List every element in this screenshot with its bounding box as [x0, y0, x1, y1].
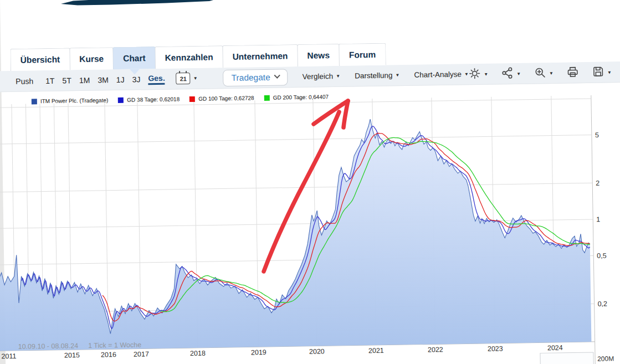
exchange-select[interactable]: Tradegate [223, 69, 288, 86]
print-button[interactable] [566, 65, 579, 80]
menu-label: Chart-Analyse [414, 70, 462, 79]
menu-darstellung[interactable]: Darstellung▼ [355, 71, 399, 80]
chevron-down-icon: ▼ [549, 70, 554, 75]
calendar-button[interactable]: 21 ▼ [176, 73, 198, 85]
settings-button[interactable]: ▼ [468, 67, 488, 82]
svg-text:0,5: 0,5 [597, 252, 607, 260]
active-tab-notch [130, 69, 140, 74]
legend-swatch [32, 99, 37, 104]
tab-uebersicht[interactable]: Übersicht [10, 48, 70, 71]
range-button-push[interactable]: Push [16, 76, 33, 85]
share-icon [501, 66, 514, 81]
menu-vergleich[interactable]: Vergleich▼ [303, 72, 341, 81]
legend-item: ITM Power Plc. (Tradegate) [32, 97, 109, 104]
tab-kurse[interactable]: Kurse [69, 47, 114, 70]
settings-icon [468, 67, 481, 81]
chevron-down-icon: ▼ [484, 71, 488, 76]
svg-text:5: 5 [595, 131, 599, 139]
toolbar-icons: ▼▼▼▼ [468, 61, 612, 85]
calendar-icon: 21 [176, 73, 191, 84]
legend-item: GD 100 Tage: 0,62728 [189, 95, 254, 102]
legend-label: ITM Power Plc. (Tradegate) [40, 97, 109, 104]
chevron-down-icon: ▼ [193, 76, 198, 81]
svg-text:2011: 2011 [1, 352, 16, 360]
range-button-3j[interactable]: 3J [132, 75, 140, 84]
svg-text:2: 2 [596, 180, 599, 187]
legend-item: GD 38 Tage: 0,62018 [118, 96, 180, 103]
legend-label: GD 200 Tage: 0,64407 [273, 94, 329, 101]
svg-text:1: 1 [596, 216, 600, 223]
screenshot-stage: ÜbersichtKurseChartKennzahlenUnternehmen… [0, 0, 620, 364]
range-buttons: Push1T5T1M3M1J3JGes. [16, 73, 173, 86]
legend-item: GD 200 Tage: 0,64407 [264, 94, 329, 101]
svg-text:2022: 2022 [428, 346, 443, 353]
range-button-3m[interactable]: 3M [98, 75, 109, 84]
share-button[interactable]: ▼ [501, 66, 521, 81]
chevron-down-icon: ▼ [607, 70, 612, 75]
range-button-1j[interactable]: 1J [116, 75, 125, 84]
print-icon [566, 65, 579, 80]
date-range-label: 10.09.10 - 08.08.24 [18, 342, 79, 351]
chevron-down-icon [274, 72, 280, 78]
range-button-ges[interactable]: Ges. [148, 73, 165, 84]
legend-label: GD 38 Tage: 0,62018 [127, 96, 180, 102]
zoom-in-icon [534, 66, 546, 80]
tick-resolution-label: 1 Tick = 1 Woche [88, 341, 141, 349]
range-button-1m[interactable]: 1M [79, 75, 90, 84]
legend-swatch [189, 96, 195, 101]
legend-swatch [118, 97, 124, 102]
svg-text:0,2: 0,2 [597, 300, 607, 307]
volume-axis-label: 200M [597, 355, 614, 362]
chart-module: ÜbersichtKurseChartKennzahlenUnternehmen… [0, 0, 620, 364]
chevron-down-icon: ▼ [395, 73, 399, 78]
svg-text:2015: 2015 [64, 351, 80, 359]
calendar-day: 21 [180, 75, 186, 82]
save-button[interactable]: ▼ [592, 65, 612, 80]
svg-text:2018: 2018 [190, 350, 206, 357]
legend-swatch [264, 95, 270, 100]
menu-label: Darstellung [355, 71, 393, 80]
svg-text:2016: 2016 [101, 351, 116, 358]
tab-chart[interactable]: Chart [113, 47, 156, 69]
svg-text:2021: 2021 [368, 347, 384, 355]
exchange-select-label: Tradegate [231, 72, 270, 83]
range-button-1t[interactable]: 1T [45, 76, 55, 85]
zoom-in-button[interactable]: ▼ [534, 66, 554, 81]
chevron-down-icon: ▼ [336, 74, 340, 79]
menu-label: Vergleich [303, 72, 334, 81]
tab-forum[interactable]: Forum [339, 43, 386, 66]
svg-text:2024: 2024 [547, 344, 563, 352]
tab-kennzahlen[interactable]: Kennzahlen [155, 45, 223, 69]
tab-unternehmen[interactable]: Unternehmen [222, 44, 298, 68]
tab-news[interactable]: News [297, 44, 340, 66]
menu-buttons: Vergleich▼Darstellung▼Chart-Analyse▼ [288, 70, 469, 81]
save-icon [592, 65, 604, 80]
browser-page: ÜbersichtKurseChartKennzahlenUnternehmen… [0, 0, 620, 364]
svg-text:2020: 2020 [309, 347, 325, 355]
svg-text:2017: 2017 [134, 350, 149, 358]
chevron-down-icon: ▼ [516, 71, 521, 76]
menu-chart-analyse[interactable]: Chart-Analyse▼ [414, 70, 469, 79]
legend-label: GD 100 Tage: 0,62728 [198, 95, 254, 102]
range-button-5t[interactable]: 5T [62, 76, 71, 85]
svg-text:2023: 2023 [488, 345, 503, 352]
svg-text:2019: 2019 [251, 348, 267, 356]
